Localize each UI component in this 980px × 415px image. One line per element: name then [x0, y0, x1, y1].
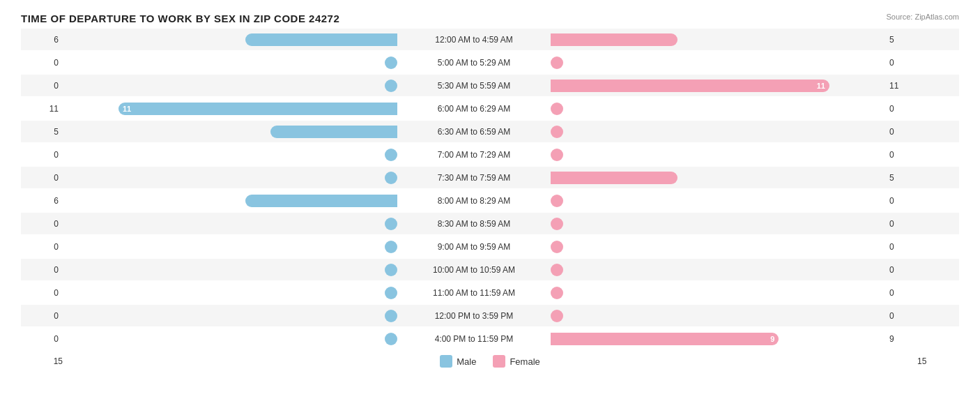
- left-value: 0: [21, 58, 63, 68]
- chart-row: 56:30 AM to 6:59 AM0: [21, 121, 959, 142]
- female-legend-label: Female: [510, 356, 539, 367]
- right-value: 5: [885, 35, 927, 45]
- left-bar-container: [63, 287, 397, 299]
- left-value: 5: [21, 127, 63, 137]
- time-label: 7:30 AM to 7:59 AM: [397, 173, 551, 183]
- right-value: 0: [885, 288, 927, 298]
- left-bar-container: [63, 33, 397, 46]
- left-bar-container: [63, 126, 397, 138]
- right-bar-container: [551, 149, 885, 161]
- time-label: 5:30 AM to 5:59 AM: [397, 81, 551, 91]
- male-legend-label: Male: [457, 356, 476, 367]
- chart-row: 08:30 AM to 8:59 AM0: [21, 213, 959, 234]
- left-value: 0: [21, 334, 63, 344]
- bottom-left-value: 15: [21, 356, 63, 366]
- right-bar-container: [551, 126, 885, 138]
- right-value: 11: [885, 81, 927, 91]
- source-text: Source: ZipAtlas.com: [886, 13, 959, 21]
- chart-row: 010:00 AM to 10:59 AM0: [21, 259, 959, 280]
- left-value: 6: [21, 35, 63, 45]
- right-bar-container: [551, 56, 885, 69]
- right-value: 0: [885, 196, 927, 206]
- legend-male: Male: [440, 355, 476, 368]
- bars-area: 612:00 AM to 4:59 AM505:00 AM to 5:29 AM…: [21, 29, 959, 349]
- right-value: 0: [885, 265, 927, 275]
- right-bar-container: [551, 310, 885, 322]
- left-value: 11: [21, 104, 63, 114]
- left-bar-container: [63, 333, 397, 345]
- left-value: 0: [21, 81, 63, 91]
- chart-title: TIME OF DEPARTURE TO WORK BY SEX IN ZIP …: [21, 13, 959, 24]
- right-bar-container: [551, 103, 885, 115]
- time-label: 11:00 AM to 11:59 AM: [397, 288, 551, 298]
- left-bar-container: [63, 80, 397, 92]
- right-value: 0: [885, 127, 927, 137]
- left-bar-container: [63, 56, 397, 69]
- time-label: 6:30 AM to 6:59 AM: [397, 127, 551, 137]
- left-bar-container: [63, 264, 397, 276]
- time-label: 8:30 AM to 8:59 AM: [397, 219, 551, 229]
- time-label: 7:00 AM to 7:29 AM: [397, 150, 551, 160]
- right-bar-container: [551, 172, 885, 184]
- right-bar-container: [551, 241, 885, 253]
- right-bar-container: 11: [551, 80, 885, 92]
- left-bar-container: [63, 310, 397, 322]
- chart-row: 09:00 AM to 9:59 AM0: [21, 236, 959, 257]
- time-label: 10:00 AM to 10:59 AM: [397, 265, 551, 275]
- time-label: 8:00 AM to 8:29 AM: [397, 196, 551, 206]
- left-bar-container: [63, 195, 397, 207]
- left-bar-container: 11: [63, 103, 397, 115]
- chart-row: 612:00 AM to 4:59 AM5: [21, 29, 959, 50]
- right-value: 0: [885, 311, 927, 321]
- left-bar-container: [63, 172, 397, 184]
- right-value: 0: [885, 219, 927, 229]
- right-value: 0: [885, 104, 927, 114]
- left-value: 0: [21, 173, 63, 183]
- right-bar-container: [551, 218, 885, 230]
- right-value: 0: [885, 150, 927, 160]
- right-bar-container: 9: [551, 333, 885, 345]
- chart-row: 07:00 AM to 7:29 AM0: [21, 144, 959, 165]
- male-legend-box: [440, 355, 452, 368]
- right-value: 5: [885, 173, 927, 183]
- time-label: 12:00 AM to 4:59 AM: [397, 35, 551, 45]
- time-label: 12:00 PM to 3:59 PM: [397, 311, 551, 321]
- legend: Male Female: [63, 355, 917, 368]
- right-value: 9: [885, 334, 927, 344]
- right-bar-container: [551, 264, 885, 276]
- chart-row: 04:00 PM to 11:59 PM99: [21, 328, 959, 349]
- chart-row: 07:30 AM to 7:59 AM5: [21, 167, 959, 188]
- left-value: 0: [21, 219, 63, 229]
- right-bar-container: [551, 287, 885, 299]
- left-bar-container: [63, 149, 397, 161]
- legend-female: Female: [493, 355, 539, 368]
- bottom-area: 15 Male Female 15: [21, 355, 959, 368]
- right-value: 0: [885, 58, 927, 68]
- left-value: 0: [21, 265, 63, 275]
- time-label: 9:00 AM to 9:59 AM: [397, 242, 551, 252]
- left-bar-container: [63, 218, 397, 230]
- chart-row: 05:00 AM to 5:29 AM0: [21, 52, 959, 73]
- female-legend-box: [493, 355, 505, 368]
- bottom-right-value: 15: [917, 356, 959, 366]
- left-value: 0: [21, 288, 63, 298]
- time-label: 6:00 AM to 6:29 AM: [397, 104, 551, 114]
- chart-row: 011:00 AM to 11:59 AM0: [21, 282, 959, 303]
- chart-row: 68:00 AM to 8:29 AM0: [21, 190, 959, 211]
- chart-row: 11116:00 AM to 6:29 AM0: [21, 98, 959, 119]
- left-value: 0: [21, 311, 63, 321]
- time-label: 4:00 PM to 11:59 PM: [397, 334, 551, 344]
- chart-container: TIME OF DEPARTURE TO WORK BY SEX IN ZIP …: [0, 0, 980, 415]
- right-bar-container: [551, 33, 885, 46]
- right-value: 0: [885, 242, 927, 252]
- right-bar-container: [551, 195, 885, 207]
- chart-row: 05:30 AM to 5:59 AM1111: [21, 75, 959, 96]
- time-label: 5:00 AM to 5:29 AM: [397, 58, 551, 68]
- left-value: 0: [21, 150, 63, 160]
- chart-row: 012:00 PM to 3:59 PM0: [21, 305, 959, 326]
- left-value: 0: [21, 242, 63, 252]
- left-bar-container: [63, 241, 397, 253]
- left-value: 6: [21, 196, 63, 206]
